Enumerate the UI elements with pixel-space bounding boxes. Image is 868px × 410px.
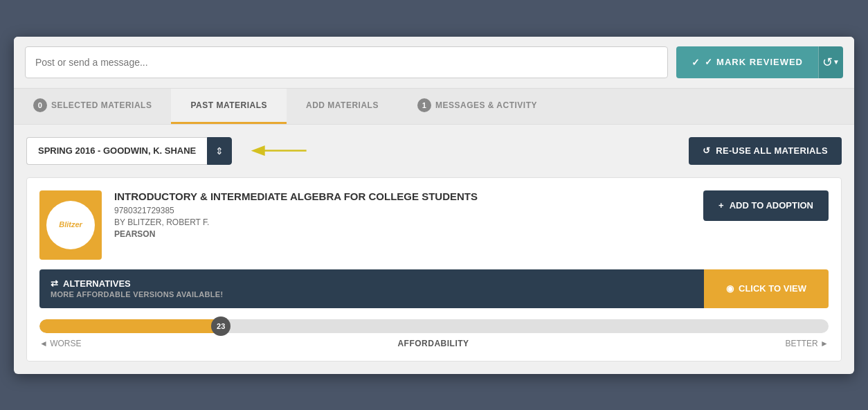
affordability-marker: 23 [211,317,230,336]
add-adoption-label: ADD TO ADOPTION [730,200,813,211]
main-container: ✓ ✓ MARK REVIEWED ↺ ▼ 0 SELECTED MATERIA… [14,37,854,374]
messages-badge: 1 [417,98,431,112]
book-card-main-row: Blitzer INTRODUCTORY & INTERMEDIATE ALGE… [39,190,829,260]
selector-left: SPRING 2016 - GOODWIN, K. SHANE ⇕ [26,137,312,165]
book-card: Blitzer INTRODUCTORY & INTERMEDIATE ALGE… [26,177,842,362]
click-to-view-label: CLICK TO VIEW [739,283,806,294]
tab-messages-label: MESSAGES & ACTIVITY [435,100,537,110]
tab-past-materials[interactable]: PAST MATERIALS [171,89,287,124]
add-to-adoption-button[interactable]: + ADD TO ADOPTION [703,190,829,221]
alternatives-subtitle: MORE AFFORDABLE VERSIONS AVAILABLE! [51,290,693,298]
book-isbn: 9780321729385 [114,206,691,215]
book-author: BY BLITZER, ROBERT F. [114,217,691,227]
book-info: INTRODUCTORY & INTERMEDIATE ALGEBRA FOR … [114,190,691,260]
alternatives-title: ⇄ ALTERNATIVES [51,278,693,289]
tab-selected-materials[interactable]: 0 SELECTED MATERIALS [14,89,171,124]
alternatives-left: ⇄ ALTERNATIVES MORE AFFORDABLE VERSIONS … [39,269,704,308]
click-to-view-button[interactable]: ◉ CLICK TO VIEW [704,269,829,308]
affordability-bar-bg [39,319,829,333]
top-bar: ✓ ✓ MARK REVIEWED ↺ ▼ [14,37,854,89]
affordability-better-label: BETTER ► [785,339,829,348]
message-input[interactable] [25,46,668,78]
alternatives-title-text: ALTERNATIVES [63,278,131,289]
tab-past-label: PAST MATERIALS [190,100,267,110]
affordability-worse-label: ◄ WORSE [39,339,82,348]
arrow-svg [243,141,312,161]
reuse-icon: ↺ [703,145,710,156]
semester-selector: SPRING 2016 - GOODWIN, K. SHANE ⇕ [26,137,232,165]
affordability-labels: ◄ WORSE AFFORDABILITY BETTER ► [39,339,829,348]
refresh-icon: ↺ [822,55,833,70]
dropdown-arrow-icon: ▼ [833,58,840,66]
checkmark-icon: ✓ [691,57,700,68]
mark-reviewed-label: ✓ MARK REVIEWED [705,57,803,67]
affordability-bar-fill [39,319,221,333]
alternatives-icon: ⇄ [51,278,58,289]
mark-reviewed-group: ✓ ✓ MARK REVIEWED ↺ ▼ [676,46,843,78]
selector-row: SPRING 2016 - GOODWIN, K. SHANE ⇕ [26,137,842,165]
book-cover-text: Blitzer [59,220,82,229]
mark-reviewed-dropdown-button[interactable]: ↺ ▼ [818,46,843,78]
sort-icon: ⇕ [215,145,224,157]
arrow-indicator [243,141,312,161]
book-publisher: PEARSON [114,229,691,239]
tab-selected-label: SELECTED MATERIALS [51,100,152,110]
affordability-center-label: AFFORDABILITY [397,339,469,348]
book-cover: Blitzer [39,190,102,260]
tabs-bar: 0 SELECTED MATERIALS PAST MATERIALS ADD … [14,89,854,125]
main-content: SPRING 2016 - GOODWIN, K. SHANE ⇕ [14,125,854,374]
semester-label: SPRING 2016 - GOODWIN, K. SHANE [26,137,207,165]
book-cover-inner: Blitzer [46,201,95,249]
book-title: INTRODUCTORY & INTERMEDIATE ALGEBRA FOR … [114,190,691,202]
book-card-left: Blitzer INTRODUCTORY & INTERMEDIATE ALGE… [39,190,691,260]
selected-materials-badge: 0 [33,98,47,112]
affordability-bar-wrap: 23 [39,319,829,333]
tab-add-label: ADD MATERIALS [306,100,379,110]
alternatives-banner: ⇄ ALTERNATIVES MORE AFFORDABLE VERSIONS … [39,269,829,308]
reuse-all-materials-button[interactable]: ↺ RE-USE ALL MATERIALS [689,137,842,165]
eye-icon: ◉ [726,283,734,294]
mark-reviewed-button[interactable]: ✓ ✓ MARK REVIEWED [676,46,818,78]
reuse-label: RE-USE ALL MATERIALS [716,145,828,156]
tab-messages-activity[interactable]: 1 MESSAGES & ACTIVITY [398,89,557,124]
affordability-section: 23 ◄ WORSE AFFORDABILITY BETTER ► [39,319,829,348]
tab-add-materials[interactable]: ADD MATERIALS [287,89,398,124]
plus-icon: + [718,200,724,211]
semester-dropdown-button[interactable]: ⇕ [207,137,232,165]
